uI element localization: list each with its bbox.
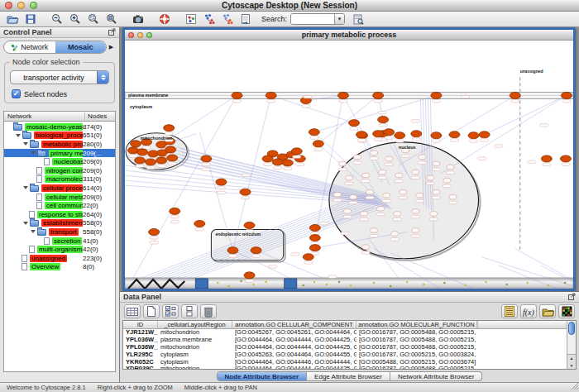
table-scrollbar[interactable]: ▲▼ bbox=[567, 321, 576, 369]
network-node[interactable] bbox=[266, 92, 276, 98]
new-attribute-button[interactable] bbox=[143, 304, 160, 318]
table-row[interactable]: YPL036W__1mitochondrion[GO:0044464, GO:0… bbox=[123, 344, 576, 351]
table-column-header[interactable]: annotation.GO MOLECULAR_FUNCTION bbox=[356, 321, 477, 328]
help-button[interactable] bbox=[156, 12, 174, 26]
close-button[interactable] bbox=[5, 2, 12, 9]
save-session-button[interactable] bbox=[22, 12, 40, 26]
network-node-small[interactable] bbox=[427, 175, 434, 180]
network-node[interactable] bbox=[262, 155, 273, 162]
network-node[interactable] bbox=[348, 120, 359, 127]
strip-node[interactable] bbox=[527, 282, 529, 284]
network-node[interactable] bbox=[309, 224, 320, 231]
network-node[interactable] bbox=[170, 208, 180, 214]
network-node-small[interactable] bbox=[371, 151, 378, 155]
network-node[interactable] bbox=[378, 117, 389, 123]
network-node-small[interactable] bbox=[362, 173, 370, 178]
table-column-header[interactable]: _cellularLayoutRegion bbox=[158, 321, 232, 328]
network-node-small[interactable] bbox=[383, 193, 390, 198]
open-file-button[interactable] bbox=[3, 12, 22, 26]
strip-node[interactable] bbox=[423, 284, 424, 285]
network-node[interactable] bbox=[272, 159, 283, 165]
create-network-view-button[interactable] bbox=[182, 12, 200, 26]
import-attributes-button[interactable] bbox=[539, 304, 556, 318]
network-node-small[interactable] bbox=[385, 156, 393, 161]
float-panel-icon[interactable] bbox=[108, 28, 116, 37]
network-node-small[interactable] bbox=[343, 209, 351, 214]
strip-node[interactable] bbox=[217, 282, 218, 284]
network-canvas-svg[interactable]: plasma membranecytoplasmmitochondrionnuc… bbox=[125, 41, 573, 289]
tab-network[interactable]: Network bbox=[4, 41, 55, 53]
network-node-small[interactable] bbox=[362, 245, 370, 250]
strip-node[interactable] bbox=[313, 281, 315, 283]
network-tree-row[interactable]: metabolic process280(0) bbox=[4, 140, 115, 149]
zoom-selected-button[interactable] bbox=[84, 12, 103, 26]
network-node[interactable] bbox=[164, 125, 175, 131]
strip-node[interactable] bbox=[390, 285, 391, 287]
tab-node-attribute-browser[interactable]: Node Attribute Browser bbox=[217, 371, 308, 381]
network-node[interactable] bbox=[227, 247, 238, 254]
annotation-import-button[interactable] bbox=[200, 12, 218, 26]
network-node[interactable] bbox=[149, 229, 160, 236]
network-node[interactable] bbox=[240, 189, 251, 195]
network-node[interactable] bbox=[479, 131, 490, 138]
network-tree-row[interactable]: nitrogen compo209(0) bbox=[4, 166, 115, 175]
tab-overflow-arrow[interactable]: ▶ bbox=[107, 44, 116, 50]
disclosure-triangle-icon[interactable] bbox=[31, 230, 36, 233]
network-node[interactable] bbox=[384, 129, 395, 136]
network-tree-row[interactable]: mosaic-demo-yeast874(0) bbox=[4, 122, 115, 131]
minimize-button[interactable] bbox=[17, 2, 25, 9]
network-tree-row[interactable]: nucleobase-209(0) bbox=[4, 157, 115, 166]
network-node-small[interactable] bbox=[443, 178, 451, 183]
color-matrix-button[interactable] bbox=[558, 304, 575, 318]
network-node[interactable] bbox=[137, 149, 148, 155]
network-node-small[interactable] bbox=[333, 192, 341, 197]
network-node-small[interactable] bbox=[400, 189, 407, 194]
formula-builder-button[interactable]: f(x) bbox=[520, 304, 537, 318]
network-node-small[interactable] bbox=[361, 212, 368, 217]
strip-node[interactable] bbox=[443, 282, 445, 284]
zoom-button[interactable] bbox=[146, 32, 152, 38]
strip-node[interactable] bbox=[505, 284, 507, 285]
attribute-list-button[interactable] bbox=[501, 304, 518, 318]
strip-node[interactable] bbox=[252, 284, 254, 285]
network-tree-row[interactable]: transport558(0) bbox=[4, 227, 115, 237]
network-tree-row[interactable]: biological_process651(0) bbox=[4, 131, 115, 141]
tab-network-attribute-browser[interactable]: Network Attribute Browser bbox=[390, 371, 482, 381]
strip-node[interactable] bbox=[564, 282, 566, 284]
network-tree-row[interactable]: Overview8(0) bbox=[4, 263, 115, 272]
network-node[interactable] bbox=[146, 159, 156, 165]
network-node[interactable] bbox=[131, 141, 141, 147]
strip-node[interactable] bbox=[350, 284, 352, 286]
strip-node[interactable] bbox=[326, 284, 328, 285]
selected-node[interactable] bbox=[195, 279, 208, 289]
zoom-in-button[interactable] bbox=[66, 12, 84, 26]
network-node[interactable] bbox=[216, 179, 227, 185]
network-node[interactable] bbox=[560, 155, 571, 162]
network-node-small[interactable] bbox=[391, 232, 399, 237]
network-node-small[interactable] bbox=[449, 194, 457, 199]
network-node-small[interactable] bbox=[412, 209, 419, 214]
network-node[interactable] bbox=[431, 132, 442, 139]
strip-node[interactable] bbox=[338, 281, 340, 283]
network-node[interactable] bbox=[167, 155, 178, 161]
network-node[interactable] bbox=[337, 92, 348, 98]
network-tree-row[interactable]: unassigned223(0) bbox=[4, 254, 115, 263]
network-node-small[interactable] bbox=[394, 212, 401, 217]
strip-node[interactable] bbox=[464, 284, 466, 286]
strip-node[interactable] bbox=[240, 280, 242, 282]
network-node[interactable] bbox=[373, 131, 384, 137]
network-node[interactable] bbox=[309, 129, 319, 136]
network-node[interactable] bbox=[449, 131, 460, 138]
scrollbar-arrows[interactable]: ▲▼ bbox=[567, 354, 576, 369]
network-node-small[interactable] bbox=[354, 155, 361, 160]
disclosure-triangle-icon[interactable] bbox=[23, 186, 28, 189]
strip-node[interactable] bbox=[548, 284, 549, 286]
network-node-small[interactable] bbox=[412, 170, 419, 174]
import-table-button[interactable] bbox=[237, 12, 255, 26]
network-node[interactable] bbox=[201, 155, 212, 162]
strip-node[interactable] bbox=[265, 281, 266, 283]
network-node[interactable] bbox=[541, 155, 552, 162]
select-all-attributes-button[interactable] bbox=[162, 304, 179, 318]
disclosure-triangle-icon[interactable] bbox=[31, 151, 36, 155]
strip-node[interactable] bbox=[406, 281, 408, 283]
